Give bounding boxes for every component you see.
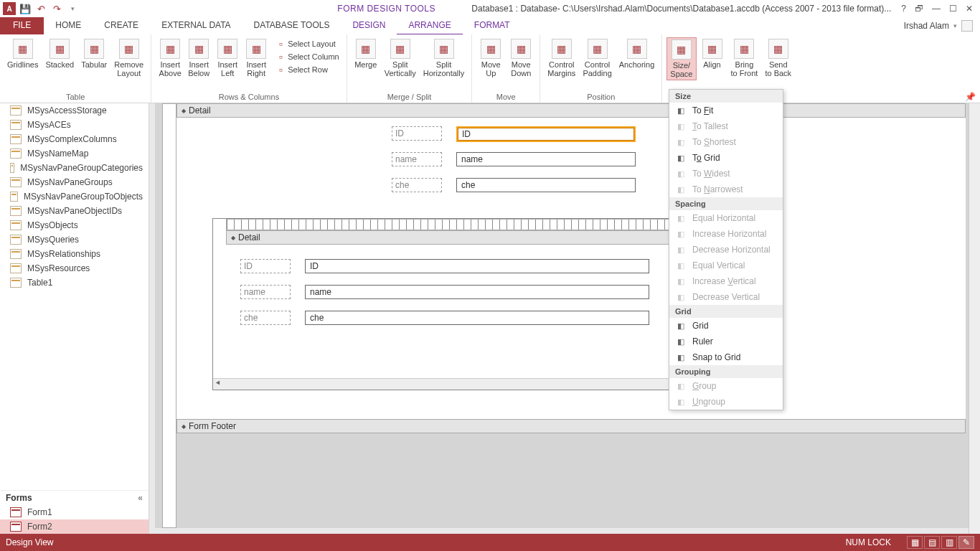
tab-arrange[interactable]: ARRANGE xyxy=(397,17,462,34)
dropdown-item-ungroup: ◧Ungroup xyxy=(669,394,783,410)
subform-detail-header[interactable]: Detail xyxy=(226,230,685,245)
view-layout-icon[interactable]: ▥ xyxy=(941,536,957,549)
nav-table-msysaccessstorage[interactable]: MSysAccessStorage xyxy=(0,103,149,118)
insert-above-button[interactable]: ▦Insert Above xyxy=(156,37,184,79)
dropdown-item-grid[interactable]: ◧Grid xyxy=(669,318,783,334)
align-button[interactable]: ▦Align xyxy=(698,37,727,70)
save-icon[interactable]: 💾 xyxy=(19,2,32,15)
undo-icon[interactable]: ↶ xyxy=(34,2,47,15)
ribbon: ▦Gridlines▦Stacked▦Tabular▦Remove Layout… xyxy=(0,34,980,103)
tab-create[interactable]: CREATE xyxy=(93,17,150,34)
nav-form-form1[interactable]: Form1 xyxy=(0,505,149,519)
control-padding-button[interactable]: ▦Control Padding xyxy=(580,37,614,79)
menu-icon: ◧ xyxy=(675,396,687,408)
sub-field-label-che[interactable]: che xyxy=(240,311,291,325)
sub-field-label-ID[interactable]: ID xyxy=(240,259,291,273)
nav-form-form2[interactable]: Form2 xyxy=(0,519,149,534)
gridlines-button[interactable]: ▦Gridlines xyxy=(4,37,41,70)
subform-ruler xyxy=(226,219,685,230)
help-icon[interactable]: ? xyxy=(901,4,906,14)
restore-icon[interactable]: 🗗 xyxy=(915,4,923,14)
document-title: Database1 : Database- C:\Users\Irshad.Al… xyxy=(471,4,895,14)
insert-below-button[interactable]: ▦Insert Below xyxy=(184,37,213,79)
tab-external-data[interactable]: EXTERNAL DATA xyxy=(150,17,242,34)
anchoring-button[interactable]: ▦Anchoring xyxy=(616,37,658,70)
stacked-button[interactable]: ▦Stacked xyxy=(42,37,77,70)
dropdown-item-ruler[interactable]: ◧Ruler xyxy=(669,334,783,349)
menu-icon: ◧ xyxy=(675,212,687,224)
sub-field-textbox-che[interactable]: che xyxy=(305,311,649,325)
user-label[interactable]: Irshad Alam ▾ xyxy=(897,17,980,34)
nav-table-msysnamemap[interactable]: MSysNameMap xyxy=(0,146,149,161)
move-down-button[interactable]: ▦Move Down xyxy=(507,37,535,79)
bring-to-front-button[interactable]: ▦Bring to Front xyxy=(728,37,761,79)
dropdown-item-decrease-vertical: ◧Decrease Vertical xyxy=(669,289,783,305)
canvas-scrollbar[interactable] xyxy=(969,103,980,534)
nav-table-msyscomplexcolumns[interactable]: MSysComplexColumns xyxy=(0,132,149,146)
tab-home[interactable]: HOME xyxy=(44,17,93,34)
field-textbox-name[interactable]: name xyxy=(456,152,636,166)
detail-section-header[interactable]: Detail xyxy=(176,103,966,118)
size--space-button[interactable]: ▦Size/ Space xyxy=(666,37,696,80)
field-label-che[interactable]: che xyxy=(392,178,442,192)
qat-more-icon[interactable]: ▾ xyxy=(66,2,79,15)
select-layout-button[interactable]: ▫Select Layout xyxy=(272,37,342,50)
subform-scrollbar[interactable] xyxy=(213,378,685,390)
form-design-canvas[interactable]: Detail IDIDnamenamecheche Detail IDI xyxy=(149,103,980,534)
select-column-button[interactable]: ▫Select Column xyxy=(272,50,342,63)
sub-field-label-name[interactable]: name xyxy=(240,285,291,299)
split-vertically-button[interactable]: ▦Split Vertically xyxy=(382,37,419,79)
file-tab[interactable]: FILE xyxy=(0,17,44,34)
view-form-icon[interactable]: ▤ xyxy=(924,536,940,549)
dropdown-item-snap-to-grid[interactable]: ◧Snap to Grid xyxy=(669,349,783,365)
nav-table-msysaces[interactable]: MSysACEs xyxy=(0,118,149,132)
field-textbox-ID[interactable]: ID xyxy=(456,126,636,142)
tab-design[interactable]: DESIGN xyxy=(341,17,397,34)
collapse-ribbon-icon[interactable]: 📌 xyxy=(965,92,976,102)
nav-table-msysnavpanegroupcategories[interactable]: MSysNavPaneGroupCategories xyxy=(0,161,149,175)
dropdown-item-to-fit[interactable]: ◧To Fit xyxy=(669,103,783,118)
form-footer-header[interactable]: Form Footer xyxy=(176,419,966,433)
field-textbox-che[interactable]: che xyxy=(456,178,636,192)
send-to-back-button[interactable]: ▦Send to Back xyxy=(762,37,794,79)
tab-format[interactable]: FORMAT xyxy=(463,17,522,34)
subform-detail-section[interactable]: IDIDnamenamecheche xyxy=(226,245,685,352)
control-margins-button[interactable]: ▦Control Margins xyxy=(545,37,578,79)
tab-database-tools[interactable]: DATABASE TOOLS xyxy=(242,17,341,34)
remove-layout-button[interactable]: ▦Remove Layout xyxy=(111,37,146,79)
redo-icon[interactable]: ↷ xyxy=(50,2,63,15)
nav-table-table1[interactable]: Table1 xyxy=(0,276,149,290)
nav-table-msysqueries[interactable]: MSysQueries xyxy=(0,232,149,247)
view-design-icon[interactable]: ✎ xyxy=(958,536,974,549)
nav-table-msysobjects[interactable]: MSysObjects xyxy=(0,218,149,232)
form-footer-section[interactable] xyxy=(176,433,966,527)
insert-left-button[interactable]: ▦Insert Left xyxy=(213,37,242,79)
merge-button[interactable]: ▦Merge xyxy=(352,37,380,70)
nav-header-forms[interactable]: Forms « xyxy=(0,490,149,505)
split-horizontally-button[interactable]: ▦Split Horizontally xyxy=(420,37,467,79)
nav-table-msysresources[interactable]: MSysResources xyxy=(0,261,149,276)
maximize-icon[interactable]: ☐ xyxy=(949,4,957,14)
navigation-pane: MSysAccessStorageMSysACEsMSysComplexColu… xyxy=(0,103,149,534)
nav-table-msysrelationships[interactable]: MSysRelationships xyxy=(0,247,149,261)
ribbon-group-position: ▦Control Margins▦Control Padding▦Anchori… xyxy=(540,34,662,103)
nav-table-msysnavpaneobjectids[interactable]: MSysNavPaneObjectIDs xyxy=(0,204,149,218)
detail-section[interactable]: IDIDnamenamecheche Detail IDIDnamenamech… xyxy=(176,118,966,419)
select-row-button[interactable]: ▫Select Row xyxy=(272,63,342,76)
sub-field-textbox-ID[interactable]: ID xyxy=(305,259,649,273)
sub-field-textbox-name[interactable]: name xyxy=(305,285,649,299)
field-label-name[interactable]: name xyxy=(392,152,442,166)
insert-right-button[interactable]: ▦Insert Right xyxy=(242,37,270,79)
tabular-button[interactable]: ▦Tabular xyxy=(78,37,110,70)
quick-access-toolbar: A 💾 ↶ ↷ ▾ xyxy=(1,2,79,15)
view-datasheet-icon[interactable]: ▦ xyxy=(907,536,923,549)
close-icon[interactable]: ✕ xyxy=(966,4,973,14)
nav-table-msysnavpanegroups[interactable]: MSysNavPaneGroups xyxy=(0,175,149,189)
move-up-button[interactable]: ▦Move Up xyxy=(476,37,505,79)
minimize-icon[interactable]: — xyxy=(932,4,941,14)
dropdown-item-to-grid[interactable]: ◧To Grid xyxy=(669,150,783,166)
field-label-ID[interactable]: ID xyxy=(392,126,442,141)
ribbon-group-merge-split: ▦Merge▦Split Vertically▦Split Horizontal… xyxy=(347,34,473,103)
nav-table-msysnavpanegrouptoobjects[interactable]: MSysNavPaneGroupToObjects xyxy=(0,189,149,204)
subform-control[interactable]: Detail IDIDnamenamecheche xyxy=(212,218,686,390)
